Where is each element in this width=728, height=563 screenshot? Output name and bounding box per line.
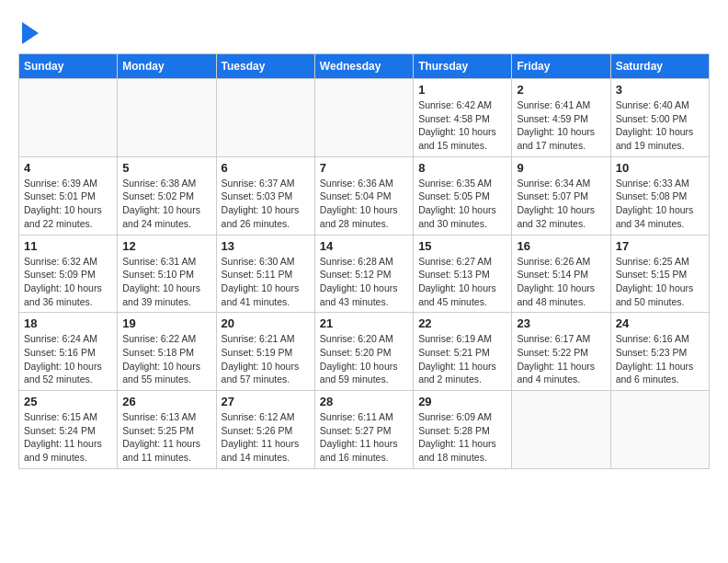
day-number: 18 [24, 316, 112, 330]
calendar-cell: 18Sunrise: 6:24 AM Sunset: 5:16 PM Dayli… [19, 313, 118, 391]
calendar-week-1: 4Sunrise: 6:39 AM Sunset: 5:01 PM Daylig… [19, 156, 710, 235]
calendar-week-2: 11Sunrise: 6:32 AM Sunset: 5:09 PM Dayli… [19, 235, 710, 313]
day-number: 4 [24, 161, 112, 175]
calendar-cell: 23Sunrise: 6:17 AM Sunset: 5:22 PM Dayli… [512, 313, 610, 391]
day-info: Sunrise: 6:30 AM Sunset: 5:11 PM Dayligh… [222, 255, 310, 309]
calendar-cell: 12Sunrise: 6:31 AM Sunset: 5:10 PM Dayli… [118, 235, 216, 313]
calendar-cell: 27Sunrise: 6:12 AM Sunset: 5:26 PM Dayli… [216, 391, 314, 469]
day-info: Sunrise: 6:38 AM Sunset: 5:02 PM Dayligh… [122, 177, 210, 231]
day-info: Sunrise: 6:21 AM Sunset: 5:19 PM Dayligh… [222, 332, 310, 386]
header-cell-friday: Friday [512, 54, 610, 79]
page-header [18, 18, 710, 44]
calendar-cell: 1Sunrise: 6:42 AM Sunset: 4:58 PM Daylig… [414, 79, 512, 157]
calendar-cell: 26Sunrise: 6:13 AM Sunset: 5:25 PM Dayli… [118, 391, 216, 469]
calendar-body: 1Sunrise: 6:42 AM Sunset: 4:58 PM Daylig… [19, 79, 710, 469]
day-number: 11 [24, 239, 112, 253]
day-number: 28 [320, 395, 408, 408]
day-info: Sunrise: 6:28 AM Sunset: 5:12 PM Dayligh… [320, 255, 408, 309]
calendar-cell: 3Sunrise: 6:40 AM Sunset: 5:00 PM Daylig… [610, 79, 709, 157]
calendar-cell: 14Sunrise: 6:28 AM Sunset: 5:12 PM Dayli… [314, 235, 413, 313]
header-cell-wednesday: Wednesday [314, 54, 413, 79]
logo-arrow-icon [22, 22, 39, 44]
day-info: Sunrise: 6:09 AM Sunset: 5:28 PM Dayligh… [418, 410, 506, 465]
calendar-cell: 21Sunrise: 6:20 AM Sunset: 5:20 PM Dayli… [314, 313, 413, 391]
calendar-cell: 13Sunrise: 6:30 AM Sunset: 5:11 PM Dayli… [216, 235, 314, 313]
calendar-header-row: SundayMondayTuesdayWednesdayThursdayFrid… [19, 54, 710, 79]
day-number: 27 [222, 395, 310, 408]
calendar-week-4: 25Sunrise: 6:15 AM Sunset: 5:24 PM Dayli… [19, 391, 710, 469]
day-number: 8 [418, 161, 506, 175]
day-number: 7 [320, 161, 408, 175]
calendar-cell: 25Sunrise: 6:15 AM Sunset: 5:24 PM Dayli… [19, 391, 118, 469]
calendar-cell: 28Sunrise: 6:11 AM Sunset: 5:27 PM Dayli… [314, 391, 413, 469]
day-info: Sunrise: 6:13 AM Sunset: 5:25 PM Dayligh… [122, 410, 210, 465]
header-cell-thursday: Thursday [414, 54, 512, 79]
day-number: 13 [222, 239, 310, 253]
day-info: Sunrise: 6:31 AM Sunset: 5:10 PM Dayligh… [122, 255, 210, 309]
day-info: Sunrise: 6:41 AM Sunset: 4:59 PM Dayligh… [517, 98, 605, 153]
day-number: 15 [418, 239, 506, 253]
calendar-cell: 8Sunrise: 6:35 AM Sunset: 5:05 PM Daylig… [414, 156, 512, 235]
day-info: Sunrise: 6:34 AM Sunset: 5:07 PM Dayligh… [517, 177, 605, 231]
day-number: 3 [616, 83, 704, 97]
calendar-week-0: 1Sunrise: 6:42 AM Sunset: 4:58 PM Daylig… [19, 79, 710, 157]
day-number: 1 [418, 83, 506, 97]
calendar-cell: 11Sunrise: 6:32 AM Sunset: 5:09 PM Dayli… [19, 235, 118, 313]
day-info: Sunrise: 6:24 AM Sunset: 5:16 PM Dayligh… [24, 332, 112, 386]
day-number: 23 [517, 316, 605, 330]
calendar-cell: 24Sunrise: 6:16 AM Sunset: 5:23 PM Dayli… [610, 313, 709, 391]
calendar-cell [19, 79, 118, 157]
calendar-cell: 20Sunrise: 6:21 AM Sunset: 5:19 PM Dayli… [216, 313, 314, 391]
calendar-cell: 6Sunrise: 6:37 AM Sunset: 5:03 PM Daylig… [216, 156, 314, 235]
day-info: Sunrise: 6:19 AM Sunset: 5:21 PM Dayligh… [418, 332, 506, 386]
calendar-cell: 9Sunrise: 6:34 AM Sunset: 5:07 PM Daylig… [512, 156, 610, 235]
day-info: Sunrise: 6:33 AM Sunset: 5:08 PM Dayligh… [616, 177, 704, 231]
calendar-cell: 5Sunrise: 6:38 AM Sunset: 5:02 PM Daylig… [118, 156, 216, 235]
day-number: 19 [122, 316, 210, 330]
calendar-cell: 15Sunrise: 6:27 AM Sunset: 5:13 PM Dayli… [414, 235, 512, 313]
header-cell-saturday: Saturday [610, 54, 709, 79]
calendar-cell: 7Sunrise: 6:36 AM Sunset: 5:04 PM Daylig… [314, 156, 413, 235]
day-info: Sunrise: 6:42 AM Sunset: 4:58 PM Dayligh… [418, 98, 506, 153]
calendar-cell [216, 79, 314, 157]
day-number: 20 [222, 316, 310, 330]
calendar-cell: 19Sunrise: 6:22 AM Sunset: 5:18 PM Dayli… [118, 313, 216, 391]
day-number: 25 [24, 395, 112, 408]
day-info: Sunrise: 6:36 AM Sunset: 5:04 PM Dayligh… [320, 177, 408, 231]
day-number: 21 [320, 316, 408, 330]
day-info: Sunrise: 6:17 AM Sunset: 5:22 PM Dayligh… [517, 332, 605, 386]
day-info: Sunrise: 6:25 AM Sunset: 5:15 PM Dayligh… [616, 255, 704, 309]
day-number: 16 [517, 239, 605, 253]
day-info: Sunrise: 6:40 AM Sunset: 5:00 PM Dayligh… [616, 98, 704, 153]
day-number: 12 [122, 239, 210, 253]
calendar-cell [118, 79, 216, 157]
calendar-cell: 16Sunrise: 6:26 AM Sunset: 5:14 PM Dayli… [512, 235, 610, 313]
day-info: Sunrise: 6:16 AM Sunset: 5:23 PM Dayligh… [616, 332, 704, 386]
calendar-cell: 2Sunrise: 6:41 AM Sunset: 4:59 PM Daylig… [512, 79, 610, 157]
day-number: 14 [320, 239, 408, 253]
day-info: Sunrise: 6:35 AM Sunset: 5:05 PM Dayligh… [418, 177, 506, 231]
calendar-week-3: 18Sunrise: 6:24 AM Sunset: 5:16 PM Dayli… [19, 313, 710, 391]
calendar-cell [512, 391, 610, 469]
day-info: Sunrise: 6:26 AM Sunset: 5:14 PM Dayligh… [517, 255, 605, 309]
header-cell-monday: Monday [118, 54, 216, 79]
calendar-cell: 4Sunrise: 6:39 AM Sunset: 5:01 PM Daylig… [19, 156, 118, 235]
calendar-cell [314, 79, 413, 157]
header-cell-sunday: Sunday [19, 54, 118, 79]
day-info: Sunrise: 6:11 AM Sunset: 5:27 PM Dayligh… [320, 410, 408, 465]
calendar-cell [610, 391, 709, 469]
header-cell-tuesday: Tuesday [216, 54, 314, 79]
day-number: 29 [418, 395, 506, 408]
calendar-cell: 17Sunrise: 6:25 AM Sunset: 5:15 PM Dayli… [610, 235, 709, 313]
day-number: 24 [616, 316, 704, 330]
calendar-cell: 22Sunrise: 6:19 AM Sunset: 5:21 PM Dayli… [414, 313, 512, 391]
calendar-table: SundayMondayTuesdayWednesdayThursdayFrid… [18, 53, 710, 469]
day-number: 9 [517, 161, 605, 175]
day-info: Sunrise: 6:20 AM Sunset: 5:20 PM Dayligh… [320, 332, 408, 386]
day-info: Sunrise: 6:12 AM Sunset: 5:26 PM Dayligh… [222, 410, 310, 465]
day-info: Sunrise: 6:15 AM Sunset: 5:24 PM Dayligh… [24, 410, 112, 465]
day-info: Sunrise: 6:37 AM Sunset: 5:03 PM Dayligh… [222, 177, 310, 231]
day-number: 26 [122, 395, 210, 408]
day-info: Sunrise: 6:32 AM Sunset: 5:09 PM Dayligh… [24, 255, 112, 309]
day-info: Sunrise: 6:22 AM Sunset: 5:18 PM Dayligh… [122, 332, 210, 386]
